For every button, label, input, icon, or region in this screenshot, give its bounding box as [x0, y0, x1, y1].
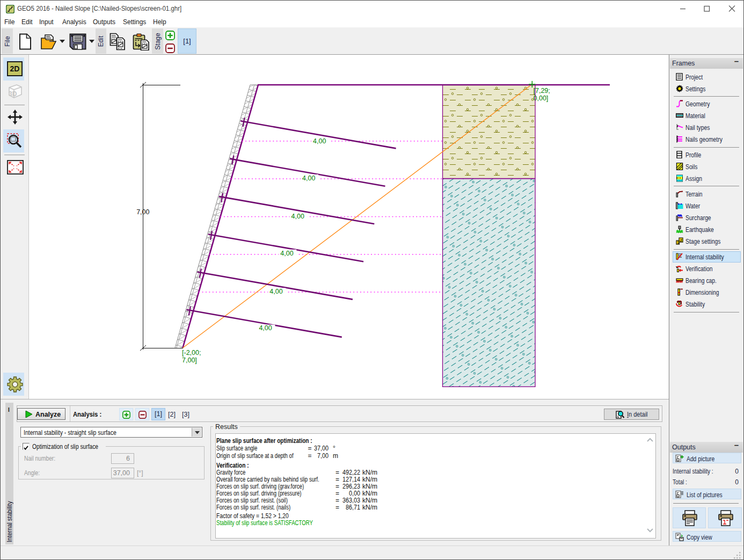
svg-text:1: 1 — [677, 240, 679, 245]
svg-text:4,00: 4,00 — [269, 288, 282, 295]
svg-text:4,00: 4,00 — [302, 174, 315, 182]
svg-text:2: 2 — [680, 238, 683, 243]
svg-text:4,00: 4,00 — [313, 137, 326, 145]
svg-text:4,00: 4,00 — [280, 250, 293, 257]
svg-text:4,00: 4,00 — [291, 213, 304, 220]
svg-text:0,00]: 0,00] — [534, 94, 549, 102]
svg-text:4,00: 4,00 — [259, 324, 272, 332]
svg-text:7,00]: 7,00] — [182, 357, 197, 364]
svg-text:3D: 3D — [9, 90, 17, 98]
svg-text:7,00: 7,00 — [136, 208, 149, 216]
svg-text:[7,29;: [7,29; — [534, 87, 550, 94]
svg-text:[-2,00;: [-2,00; — [182, 349, 201, 357]
